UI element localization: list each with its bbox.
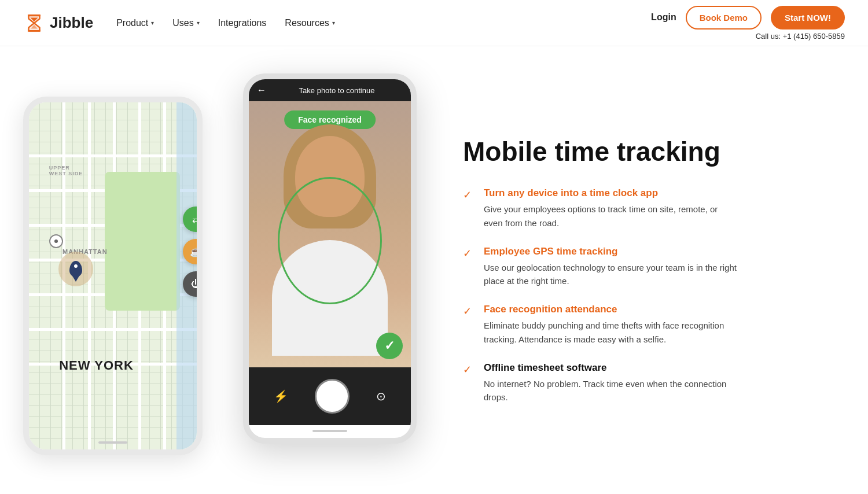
call-us-text: Call us: +1 (415) 650-5859 — [756, 32, 845, 40]
feature-text-1: Turn any device into a time clock app Gi… — [484, 187, 738, 230]
nav-uses[interactable]: Uses ▾ — [172, 18, 199, 28]
side-btn-exit[interactable]: ⏻ — [183, 271, 203, 297]
logo-text: Jibble — [50, 14, 93, 32]
map-phone: UPPERWEST SIDE MANHATTAN NEW YORK — [23, 97, 203, 455]
feature-desc-4: No internet? No problem. Track time even… — [484, 377, 738, 404]
feature-title-highlight-1: time clock app — [590, 187, 658, 198]
feature-desc-3: Eliminate buddy punching and time thefts… — [484, 319, 738, 346]
face-recognition-circle — [278, 177, 382, 304]
feature-item-2: ✓ Employee GPS time tracking Use our geo… — [463, 246, 833, 288]
chevron-down-icon: ▾ — [151, 20, 154, 26]
flip-camera-icon[interactable]: ⊙ — [376, 389, 386, 403]
nav-product[interactable]: Product ▾ — [116, 18, 154, 28]
feature-item-1: ✓ Turn any device into a time clock app … — [463, 187, 833, 230]
phone-back-inner: UPPERWEST SIDE MANHATTAN NEW YORK — [29, 102, 197, 449]
feature-desc-1: Give your employees options to track tim… — [484, 202, 738, 230]
feature-title-plain-1: Turn any device into a — [484, 187, 590, 198]
feature-text-4: Offline timesheet software No internet? … — [484, 362, 738, 404]
feature-title-3: Face recognition attendance — [484, 304, 738, 315]
nav-resources[interactable]: Resources ▾ — [285, 18, 334, 28]
chevron-down-icon: ▾ — [197, 20, 200, 26]
content-area: Mobile time tracking ✓ Turn any device i… — [451, 137, 833, 404]
header-actions: Login Book Demo Start NOW! — [651, 6, 845, 30]
book-demo-button[interactable]: Book Demo — [686, 6, 762, 30]
map-background: UPPERWEST SIDE MANHATTAN NEW YORK — [29, 102, 197, 449]
phone-front-bottom — [249, 425, 411, 437]
logo-icon — [23, 12, 45, 34]
header-left: Jibble Product ▾ Uses ▾ Integrations Res… — [23, 12, 335, 34]
shutter-button[interactable] — [315, 379, 350, 414]
camera-controls: ⚡ ⊙ — [249, 367, 411, 425]
checkmark-icon: ✓ — [463, 247, 475, 260]
checkmark-icon: ✓ — [463, 189, 475, 201]
feature-title-2: Employee GPS time tracking — [484, 246, 738, 257]
header-right: Login Book Demo Start NOW! Call us: +1 (… — [651, 6, 845, 40]
flash-icon[interactable]: ⚡ — [274, 389, 288, 403]
map-label-upper: UPPERWEST SIDE — [49, 165, 83, 176]
map-park — [105, 172, 181, 311]
feature-title-1: Turn any device into a time clock app — [484, 187, 738, 199]
face-image-container: Face recognized ✓ — [249, 101, 411, 367]
back-arrow-icon[interactable]: ← — [257, 85, 266, 95]
face-phone: ← Take photo to continue Face recognized… — [243, 73, 417, 444]
features-list: ✓ Turn any device into a time clock app … — [463, 187, 833, 404]
side-btn-coffee[interactable]: ☕ — [183, 239, 203, 264]
start-now-button[interactable]: Start NOW! — [771, 6, 845, 30]
side-btn-arrows[interactable]: ⇄ — [183, 207, 203, 232]
feature-item-3: ✓ Face recognition attendance Eliminate … — [463, 304, 833, 346]
phone-front-header: ← Take photo to continue — [249, 79, 411, 101]
main-nav: Product ▾ Uses ▾ Integrations Resources … — [116, 18, 335, 28]
header: Jibble Product ▾ Uses ▾ Integrations Res… — [0, 0, 868, 46]
main-content: UPPERWEST SIDE MANHATTAN NEW YORK — [0, 46, 868, 494]
take-photo-label: Take photo to continue — [271, 86, 403, 95]
ny-label: NEW YORK — [59, 358, 134, 373]
chevron-down-icon: ▾ — [332, 20, 335, 26]
home-bar — [312, 430, 347, 432]
checkmark-icon: ✓ — [463, 305, 475, 318]
check-circle: ✓ — [376, 333, 403, 359]
location-dot — [58, 252, 93, 286]
feature-text-3: Face recognition attendance Eliminate bu… — [484, 304, 738, 346]
phones-container: UPPERWEST SIDE MANHATTAN NEW YORK — [23, 73, 417, 467]
phone-home-bar — [98, 441, 127, 444]
login-button[interactable]: Login — [651, 12, 676, 23]
location-pin — [69, 261, 82, 277]
feature-text-2: Employee GPS time tracking Use our geolo… — [484, 246, 738, 288]
checkmark-icon: ✓ — [463, 363, 475, 376]
feature-title-4: Offline timesheet software — [484, 362, 738, 374]
logo[interactable]: Jibble — [23, 12, 93, 34]
side-buttons: ⇄ ☕ ⏻ — [183, 207, 203, 297]
feature-item-4: ✓ Offline timesheet software No internet… — [463, 362, 833, 404]
current-location-icon — [49, 234, 63, 248]
page-title: Mobile time tracking — [463, 137, 833, 167]
nav-integrations[interactable]: Integrations — [218, 18, 267, 28]
feature-desc-2: Use our geolocation technology to ensure… — [484, 261, 738, 288]
location-pin-dot — [74, 264, 78, 268]
